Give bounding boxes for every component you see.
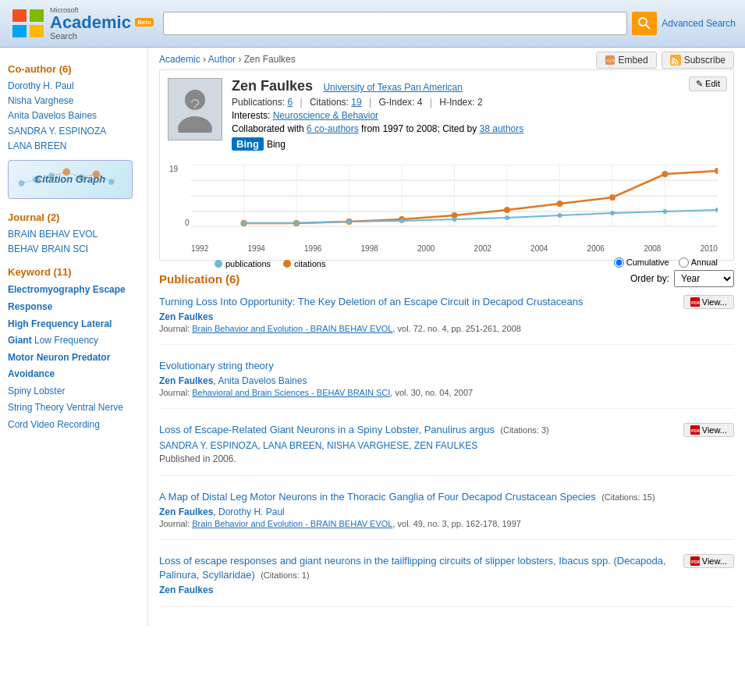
publication-item-5: PDF View... Loss of escape responses and… bbox=[159, 554, 734, 607]
kw-high-frequency[interactable]: High Frequency bbox=[8, 318, 79, 329]
view-button-3[interactable]: PDF View... bbox=[683, 423, 734, 437]
pub-author-nisha-3: NISHA VARGHESE bbox=[327, 440, 409, 451]
coauthor-nisha[interactable]: Nisha Varghese bbox=[8, 94, 140, 108]
order-by-label: Order by: bbox=[630, 273, 669, 284]
y-axis-top: 19 bbox=[169, 165, 178, 173]
kw-low-frequency[interactable]: Low Frequency bbox=[34, 335, 98, 346]
pub-title-5[interactable]: Loss of escape responses and giant neuro… bbox=[159, 555, 666, 581]
search-button[interactable] bbox=[632, 12, 657, 35]
cumulative-option[interactable]: Cumulative bbox=[614, 258, 669, 268]
profile-institution-link[interactable]: University of Texas Pan American bbox=[323, 82, 463, 93]
coauthor-anita[interactable]: Anita Davelos Baines bbox=[8, 108, 140, 123]
pub-author-link-1[interactable]: Zen Faulkes bbox=[159, 311, 213, 322]
pub-journal-link-4[interactable]: Brain Behavior and Evolution - BRAIN BEH… bbox=[192, 519, 392, 528]
pub-title-3[interactable]: Loss of Escape-Related Giant Neurons in … bbox=[159, 424, 495, 435]
interests-link[interactable]: Neuroscience & Behavior bbox=[273, 110, 378, 121]
pub-journal-link-2[interactable]: Behavioral and Brain Sciences - BEHAV BR… bbox=[192, 388, 390, 397]
coauthor-section-title: Co-author (6) bbox=[8, 63, 140, 75]
pub-journal-link-1[interactable]: Brain Behavior and Evolution - BRAIN BEH… bbox=[192, 324, 392, 333]
coauthor-dorothy[interactable]: Dorothy H. Paul bbox=[8, 79, 140, 94]
kw-ventral-nerve[interactable]: Ventral Nerve bbox=[66, 402, 123, 413]
chart-legend: publications citations bbox=[215, 259, 325, 268]
view-button-1[interactable]: PDF View... bbox=[683, 295, 734, 309]
sidebar: Co-author (6) Dorothy H. Paul Nisha Varg… bbox=[0, 48, 148, 626]
embed-button[interactable]: </> Embed bbox=[596, 52, 657, 69]
svg-point-51 bbox=[294, 221, 299, 226]
svg-text:</>: </> bbox=[606, 57, 616, 64]
profile-interests: Interests: Neuroscience & Behavior bbox=[232, 110, 725, 121]
pub-author-link-zen-2[interactable]: Zen Faulkes bbox=[159, 375, 213, 386]
svg-line-5 bbox=[646, 25, 650, 29]
search-input[interactable] bbox=[163, 12, 628, 35]
order-by-select[interactable]: Year Citations Title bbox=[674, 270, 734, 287]
publication-item-1: PDF View... Turning Loss Into Opportunit… bbox=[159, 295, 734, 345]
pub-authors-3: SANDRA Y. ESPINOZA, LANA BREEN, NISHA VA… bbox=[159, 440, 734, 451]
svg-point-52 bbox=[347, 219, 352, 224]
top-bar: Academic › Author › Zen Faulkes </> Embe… bbox=[159, 52, 734, 69]
pub-title-1[interactable]: Turning Loss Into Opportunity: The Key D… bbox=[159, 296, 583, 307]
pub-authors-1: Zen Faulkes bbox=[159, 311, 734, 322]
h-index-value: 2 bbox=[477, 97, 483, 108]
annual-radio[interactable] bbox=[679, 258, 689, 268]
main-content: Academic › Author › Zen Faulkes </> Embe… bbox=[148, 48, 745, 626]
kw-cord[interactable]: Cord bbox=[8, 419, 28, 430]
kw-spiny-lobster[interactable]: Spiny Lobster bbox=[8, 386, 65, 396]
coauthors-link[interactable]: 6 co-authors bbox=[307, 123, 359, 134]
journal-behav-brain[interactable]: BEHAV BRAIN SCI bbox=[8, 242, 140, 257]
coauthor-sandra[interactable]: SANDRA Y. ESPINOZA bbox=[8, 124, 140, 139]
journal-brain-behav[interactable]: BRAIN BEHAV EVOL bbox=[8, 227, 140, 242]
profile-name: Zen Faulkes bbox=[232, 78, 313, 94]
svg-point-22 bbox=[671, 62, 673, 65]
g-index-value: 4 bbox=[417, 97, 423, 108]
publications-count[interactable]: 6 bbox=[287, 97, 293, 108]
pub-authors-2: Zen Faulkes, Anita Davelos Baines bbox=[159, 375, 734, 386]
journal-section-title: Journal (2) bbox=[8, 211, 140, 223]
svg-text:?: ? bbox=[190, 95, 200, 115]
pub-journal-4: Journal: Brain Behavior and Evolution - … bbox=[159, 519, 734, 528]
annual-option[interactable]: Annual bbox=[679, 258, 718, 268]
search-bar: Advanced Search bbox=[163, 12, 736, 35]
view-button-5[interactable]: PDF View... bbox=[683, 554, 734, 568]
search-label: Search bbox=[50, 31, 154, 41]
profile-info: Zen Faulkes University of Texas Pan Amer… bbox=[232, 78, 725, 151]
x-axis-labels: 1992 1994 1996 1998 2000 2002 2004 2006 … bbox=[191, 244, 718, 253]
cumulative-radio[interactable] bbox=[614, 258, 624, 268]
header: Microsoft Academic Beta Search Advanced … bbox=[0, 0, 745, 48]
cited-by-link[interactable]: 38 authors bbox=[480, 123, 524, 134]
pub-title-4[interactable]: A Map of Distal Leg Motor Neurons in the… bbox=[159, 491, 596, 503]
embed-icon: </> bbox=[605, 55, 616, 66]
pub-author-zen-4[interactable]: Zen Faulkes bbox=[159, 506, 213, 517]
citation-graph-thumbnail[interactable]: Citation Graph bbox=[8, 160, 133, 199]
advanced-search-link[interactable]: Advanced Search bbox=[662, 18, 736, 29]
subscribe-button[interactable]: Subscribe bbox=[662, 52, 734, 69]
svg-point-46 bbox=[557, 201, 563, 207]
search-icon bbox=[638, 17, 651, 30]
kw-string-theory[interactable]: String Theory bbox=[8, 402, 64, 413]
kw-motor-neuron[interactable]: Motor Neuron bbox=[8, 352, 69, 363]
pub-authors-4: Zen Faulkes, Dorothy H. Paul bbox=[159, 506, 734, 517]
profile-avatar: ? bbox=[168, 78, 222, 140]
kw-electromyography[interactable]: Electromyography bbox=[8, 284, 90, 295]
pub-citations-5: (Citations: 1) bbox=[261, 570, 309, 580]
publication-item-4: A Map of Distal Leg Motor Neurons in the… bbox=[159, 490, 734, 540]
pdf-icon-3: PDF bbox=[690, 425, 700, 435]
edit-button[interactable]: ✎ Edit bbox=[689, 76, 727, 91]
kw-lateral[interactable]: Lateral bbox=[81, 318, 112, 329]
kw-video-recording[interactable]: Video Recording bbox=[30, 419, 100, 430]
breadcrumb-author[interactable]: Author bbox=[208, 54, 236, 65]
annual-label: Annual bbox=[691, 258, 718, 267]
pub-title-2[interactable]: Evolutionary string theory bbox=[159, 360, 274, 371]
pub-author-link-anita-2[interactable]: Anita Davelos Baines bbox=[218, 375, 307, 386]
coauthor-lana[interactable]: LANA BREEN bbox=[8, 139, 140, 154]
kw-giant[interactable]: Giant bbox=[8, 335, 32, 346]
y-axis-bottom: 0 bbox=[185, 219, 190, 227]
citations-count[interactable]: 19 bbox=[351, 97, 361, 108]
svg-point-45 bbox=[504, 207, 510, 213]
pub-author-dorothy-4[interactable]: Dorothy H. Paul bbox=[218, 506, 285, 517]
svg-marker-2 bbox=[12, 25, 27, 37]
breadcrumb-academic[interactable]: Academic bbox=[159, 54, 200, 65]
publication-item-3: PDF View... Loss of Escape-Related Giant… bbox=[159, 423, 734, 475]
academic-label: Academic bbox=[50, 12, 131, 32]
pub-author-zen-5[interactable]: Zen Faulkes bbox=[159, 585, 213, 595]
svg-point-56 bbox=[558, 213, 562, 218]
